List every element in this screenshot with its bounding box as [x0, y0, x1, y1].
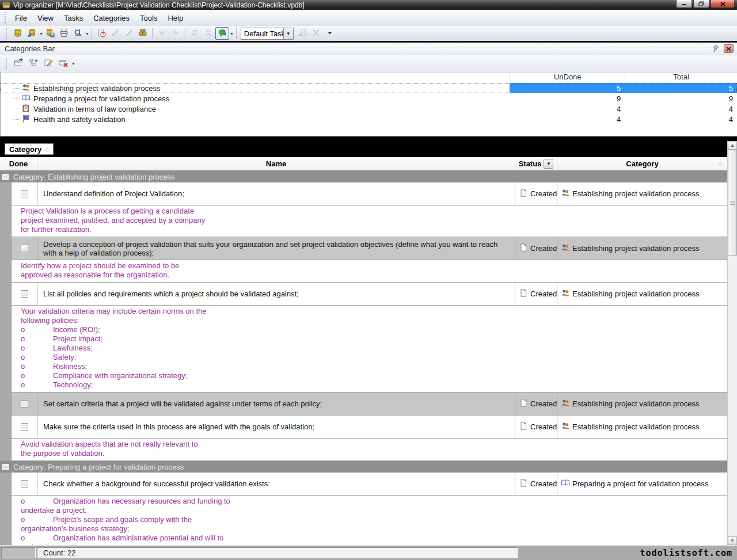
new-task-button[interactable]: [94, 27, 108, 40]
task-template-combo-value: Default Task: [241, 28, 283, 40]
task-done-cell[interactable]: [12, 393, 37, 415]
new-category-button[interactable]: [11, 57, 26, 71]
move-up-button[interactable]: [169, 27, 183, 40]
find-button[interactable]: [136, 27, 150, 40]
scroll-down-icon[interactable]: ▼: [728, 536, 737, 545]
task-name-cell[interactable]: Develop a conception of project validati…: [37, 237, 515, 260]
category-group-row[interactable]: −Category: Establishing project validati…: [0, 171, 727, 182]
category-group-row[interactable]: −Category: Preparing a project for valid…: [0, 461, 727, 473]
pin-icon[interactable]: [711, 44, 720, 53]
task-checkbox[interactable]: [21, 480, 28, 487]
collapse-icon[interactable]: −: [2, 174, 9, 180]
menu-tools[interactable]: Tools: [135, 12, 162, 25]
category-row[interactable]: Health and safety validation44: [1, 114, 737, 124]
task-name-cell[interactable]: Make sure the criteria used in this proc…: [37, 416, 515, 438]
task-done-cell[interactable]: [12, 237, 37, 260]
task-done-cell[interactable]: [12, 416, 37, 438]
new-database-button[interactable]: [11, 27, 25, 40]
menu-help[interactable]: Help: [162, 12, 188, 25]
brush-icon: [124, 28, 134, 39]
category-row[interactable]: Validation in terms of law compliance44: [1, 104, 737, 114]
menu-view[interactable]: View: [32, 12, 59, 25]
scrollbar-thumb[interactable]: [728, 149, 737, 256]
restore-button[interactable]: [693, 0, 709, 8]
task-category-cell[interactable]: Establishing project validation process: [557, 393, 727, 415]
category-column-header[interactable]: Category △: [557, 157, 727, 170]
status-filter-icon[interactable]: ▼: [544, 159, 553, 169]
print-preview-button[interactable]: [71, 27, 85, 40]
group-by-category-tab[interactable]: Category △: [5, 143, 54, 155]
task-row[interactable]: Make sure the criteria used in this proc…: [0, 416, 727, 439]
new-subcategory-button[interactable]: [26, 57, 41, 71]
task-name-cell[interactable]: List all policies and requirements which…: [37, 283, 515, 305]
combo-dropdown-icon[interactable]: ▼: [283, 28, 294, 40]
task-name-cell[interactable]: Set certain criteria that a project will…: [37, 393, 515, 415]
scroll-up-icon[interactable]: ▲: [728, 141, 737, 150]
notebook-view-button-caret-icon[interactable]: ▼: [230, 32, 234, 36]
move-top-button[interactable]: [202, 27, 215, 40]
task-name-cell[interactable]: Check whether a background for successfu…: [37, 473, 515, 495]
note-bullet: o: [21, 497, 53, 506]
edit-task-button[interactable]: [108, 27, 122, 40]
done-column-header[interactable]: Done: [0, 157, 37, 170]
total-column-header[interactable]: Total: [625, 73, 737, 83]
task-status-label: Created: [530, 289, 557, 298]
menu-file[interactable]: File: [10, 12, 32, 25]
task-category-cell[interactable]: Establishing project validation process: [557, 237, 727, 260]
task-checkbox[interactable]: [21, 245, 28, 252]
category-undone-count: 5: [510, 83, 625, 93]
remove-template-button[interactable]: [309, 27, 323, 40]
panel-splitter[interactable]: [0, 136, 737, 141]
task-row[interactable]: Develop a conception of project validati…: [0, 237, 727, 260]
task-category-cell[interactable]: Preparing a project for validation proce…: [557, 473, 727, 495]
task-template-combo[interactable]: Default Task▼: [241, 28, 294, 40]
task-status-cell[interactable]: Created: [515, 237, 557, 260]
task-status-cell[interactable]: Created: [515, 473, 557, 495]
delete-category-button[interactable]: [56, 57, 71, 71]
task-checkbox[interactable]: [21, 400, 28, 407]
name-column-header[interactable]: Name: [37, 157, 515, 170]
task-status-cell[interactable]: Created: [515, 283, 557, 305]
task-category-cell[interactable]: Establishing project validation process: [557, 182, 727, 205]
category-row[interactable]: Establishing project validation process5…: [1, 83, 737, 93]
print-button[interactable]: [57, 27, 71, 40]
status-column-header[interactable]: Status ▼: [515, 157, 557, 170]
task-done-cell[interactable]: [12, 283, 37, 305]
toolbar-overflow-button[interactable]: [323, 27, 337, 40]
task-row[interactable]: List all policies and requirements which…: [0, 283, 727, 306]
move-bottom-button[interactable]: [188, 27, 202, 40]
task-done-cell[interactable]: [12, 182, 37, 205]
notebook-view-button[interactable]: [215, 27, 229, 40]
task-status-cell[interactable]: Created: [515, 182, 557, 205]
task-row[interactable]: Understand definition of Project Validat…: [0, 182, 727, 205]
close-button[interactable]: [711, 0, 735, 8]
vertical-scrollbar[interactable]: ▲ ▼: [727, 141, 737, 545]
task-row[interactable]: Check whether a background for successfu…: [0, 473, 727, 496]
task-category-cell[interactable]: Establishing project validation process: [557, 283, 727, 305]
undone-column-header[interactable]: UnDone: [510, 73, 625, 83]
menu-categories[interactable]: Categories: [88, 12, 135, 25]
task-status-cell[interactable]: Created: [515, 393, 557, 415]
move-down-button[interactable]: [155, 27, 169, 40]
collapse-icon[interactable]: −: [2, 464, 9, 470]
print-preview-button-caret-icon[interactable]: ▼: [85, 32, 89, 36]
task-row[interactable]: Set certain criteria that a project will…: [0, 393, 727, 416]
minimize-button[interactable]: [676, 0, 692, 8]
task-checkbox[interactable]: [21, 423, 28, 431]
task-checkbox[interactable]: [21, 190, 28, 197]
task-status-cell[interactable]: Created: [515, 416, 557, 438]
edit-category-button[interactable]: [41, 57, 56, 71]
categories-overflow-button[interactable]: ▼: [71, 62, 75, 66]
task-checkbox[interactable]: [21, 290, 28, 298]
open-database-button-caret-icon[interactable]: ▼: [39, 32, 43, 36]
save-database-button[interactable]: [43, 27, 57, 40]
task-name-cell[interactable]: Understand definition of Project Validat…: [37, 182, 515, 205]
task-done-cell[interactable]: [12, 473, 37, 495]
notify-task-button[interactable]: [122, 27, 136, 40]
open-database-button[interactable]: [25, 27, 39, 40]
apply-template-button[interactable]: [295, 27, 309, 40]
task-category-cell[interactable]: Establishing project validation process: [557, 416, 727, 438]
category-row[interactable]: Preparing a project for validation proce…: [1, 93, 737, 104]
panel-close-icon[interactable]: [724, 44, 734, 53]
menu-tasks[interactable]: Tasks: [59, 12, 88, 25]
